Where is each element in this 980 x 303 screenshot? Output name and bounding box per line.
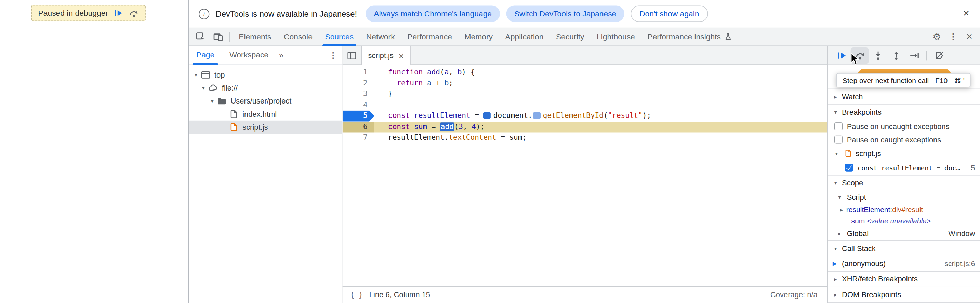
- navigator-menu-icon[interactable]: ⋮: [325, 51, 342, 60]
- chevron-expanded-icon[interactable]: ▾: [832, 180, 840, 186]
- tree-item-file-protocol[interactable]: ▾ file://: [189, 81, 342, 94]
- breakpoints-section-header[interactable]: ▾ Breakpoints: [828, 105, 980, 120]
- pretty-print-icon[interactable]: { }: [350, 290, 363, 299]
- code-line: 6const sum = add(3, 4);: [343, 122, 827, 133]
- notification-message: DevTools is now available in Japanese!: [216, 9, 357, 19]
- chevron-expanded-icon[interactable]: ▾: [208, 98, 215, 104]
- tab-console[interactable]: Console: [278, 27, 319, 46]
- step-out-icon[interactable]: [887, 47, 905, 63]
- tree-item-index-html[interactable]: index.html: [189, 107, 342, 120]
- always-match-language-button[interactable]: Always match Chrome's language: [366, 5, 500, 22]
- line-number[interactable]: 7: [343, 132, 374, 143]
- chevron-collapsed-icon[interactable]: ▸: [838, 207, 845, 213]
- tab-lighthouse[interactable]: Lighthouse: [590, 27, 641, 46]
- checkbox-label: Pause on uncaught exceptions: [847, 122, 950, 131]
- section-title: Breakpoints: [842, 108, 881, 117]
- watch-section-header[interactable]: ▸ Watch: [828, 89, 980, 104]
- line-number[interactable]: 3: [343, 89, 374, 100]
- chevron-collapsed-icon[interactable]: ▸: [836, 230, 843, 236]
- chevron-collapsed-icon[interactable]: ▸: [832, 292, 840, 298]
- inline-breakpoint-marker[interactable]: [533, 112, 541, 119]
- devtools-window: Paused in debugger i DevTools is now ava…: [0, 0, 980, 303]
- line-number[interactable]: 1: [343, 67, 374, 78]
- navigator-tab-page[interactable]: Page: [189, 46, 222, 65]
- chevron-collapsed-icon[interactable]: ▸: [832, 276, 840, 282]
- deactivate-breakpoints-icon[interactable]: [930, 47, 948, 63]
- tab-security[interactable]: Security: [550, 27, 590, 46]
- call-stack-frame[interactable]: ▶ (anonymous) script.js:6: [828, 256, 980, 271]
- dom-breakpoints-header[interactable]: ▸ DOM Breakpoints: [828, 287, 980, 302]
- notification-close-icon[interactable]: ×: [959, 8, 974, 20]
- section-title: DOM Breakpoints: [842, 290, 901, 299]
- breakpoint-line-number: 5: [971, 163, 975, 172]
- switch-to-japanese-button[interactable]: Switch DevTools to Japanese: [506, 5, 624, 22]
- more-tabs-icon[interactable]: »: [276, 51, 287, 60]
- frame-name: (anonymous): [842, 259, 886, 268]
- chevron-expanded-icon[interactable]: ▾: [832, 245, 840, 251]
- chevron-expanded-icon[interactable]: ▾: [200, 85, 207, 91]
- close-devtools-icon[interactable]: ×: [961, 29, 978, 45]
- line-number-breakpoint[interactable]: 5: [343, 111, 374, 122]
- line-number[interactable]: 4: [343, 100, 374, 111]
- line-number[interactable]: 2: [343, 78, 374, 89]
- scope-group-label: Script: [847, 193, 866, 202]
- breakpoint-entry[interactable]: const resultElement = doc… 5: [828, 160, 980, 175]
- chevron-collapsed-icon[interactable]: ▸: [832, 94, 840, 100]
- step-over-icon[interactable]: [129, 8, 138, 18]
- scope-variable-resultElement[interactable]: ▸ resultElement div#result: [828, 204, 980, 216]
- toggle-navigator-icon[interactable]: [343, 46, 361, 64]
- editor-tab-script-js[interactable]: script.js ×: [361, 46, 410, 65]
- chevron-expanded-icon[interactable]: ▾: [832, 109, 840, 116]
- inline-breakpoint-marker[interactable]: [484, 112, 491, 119]
- frame-icon: [201, 70, 211, 79]
- device-toolbar-icon[interactable]: [209, 29, 227, 45]
- tab-performance-insights[interactable]: Performance insights: [641, 27, 739, 46]
- call-stack-section-header[interactable]: ▾ Call Stack: [828, 241, 980, 256]
- dom-breakpoints-section: ▸ DOM Breakpoints: [828, 287, 980, 303]
- section-title: Scope: [842, 179, 863, 187]
- chevron-expanded-icon[interactable]: ▾: [833, 150, 840, 157]
- code-line: 5const resultElement = document.getEleme…: [343, 111, 827, 122]
- overflow-menu-icon[interactable]: ⋮: [945, 29, 961, 45]
- tab-label: Workspace: [229, 50, 269, 59]
- scope-script-group[interactable]: ▾ Script: [828, 190, 980, 204]
- pause-uncaught-row[interactable]: Pause on uncaught exceptions: [828, 120, 980, 133]
- editor-statusbar: { } Line 6, Column 15 Coverage: n/a: [343, 286, 827, 303]
- scope-section-header[interactable]: ▾ Scope: [828, 176, 980, 190]
- tab-performance[interactable]: Performance: [401, 27, 458, 46]
- line-number[interactable]: 6: [343, 122, 374, 133]
- tab-label: Console: [284, 32, 313, 41]
- tree-item-top[interactable]: ▾ top: [189, 68, 342, 81]
- xhr-breakpoints-header[interactable]: ▸ XHR/fetch Breakpoints: [828, 271, 980, 287]
- tab-application[interactable]: Application: [499, 27, 549, 46]
- close-tab-icon[interactable]: ×: [399, 51, 404, 60]
- scope-global-group[interactable]: ▸ Global Window: [828, 227, 980, 240]
- navigator-tab-workspace[interactable]: Workspace: [222, 46, 276, 65]
- resume-script-icon[interactable]: [833, 47, 851, 63]
- resume-script-icon[interactable]: [113, 9, 123, 18]
- checkbox-unchecked[interactable]: [834, 122, 843, 130]
- tab-sources[interactable]: Sources: [319, 27, 360, 46]
- pause-caught-row[interactable]: Pause on caught exceptions: [828, 133, 980, 146]
- checkbox-unchecked[interactable]: [834, 136, 843, 144]
- tab-memory[interactable]: Memory: [458, 27, 499, 46]
- scope-variable-sum[interactable]: sum <value unavailable>: [828, 216, 980, 227]
- tab-elements[interactable]: Elements: [232, 27, 278, 46]
- settings-gear-icon[interactable]: ⚙: [929, 29, 945, 45]
- inspect-element-icon[interactable]: [192, 29, 209, 45]
- tab-label: Page: [196, 50, 215, 59]
- tree-item-script-js[interactable]: script.js: [189, 121, 342, 133]
- breakpoint-file-group[interactable]: ▾ script.js: [828, 146, 980, 160]
- step-icon[interactable]: [905, 47, 923, 63]
- checkbox-checked[interactable]: [845, 163, 853, 172]
- experiment-flask-icon: [724, 32, 733, 41]
- code-editor[interactable]: 1function add(a, b) {2 return a + b;3}45…: [343, 65, 827, 286]
- coverage-label: Coverage: n/a: [770, 290, 818, 299]
- tree-item-project-folder[interactable]: ▾ Users/user/project: [189, 94, 342, 107]
- chevron-expanded-icon[interactable]: ▾: [836, 194, 843, 200]
- tab-network[interactable]: Network: [360, 27, 401, 46]
- dont-show-again-button[interactable]: Don't show again: [630, 5, 708, 22]
- step-into-icon[interactable]: [869, 47, 887, 63]
- tab-label: Memory: [465, 32, 493, 41]
- chevron-expanded-icon[interactable]: ▾: [192, 71, 199, 78]
